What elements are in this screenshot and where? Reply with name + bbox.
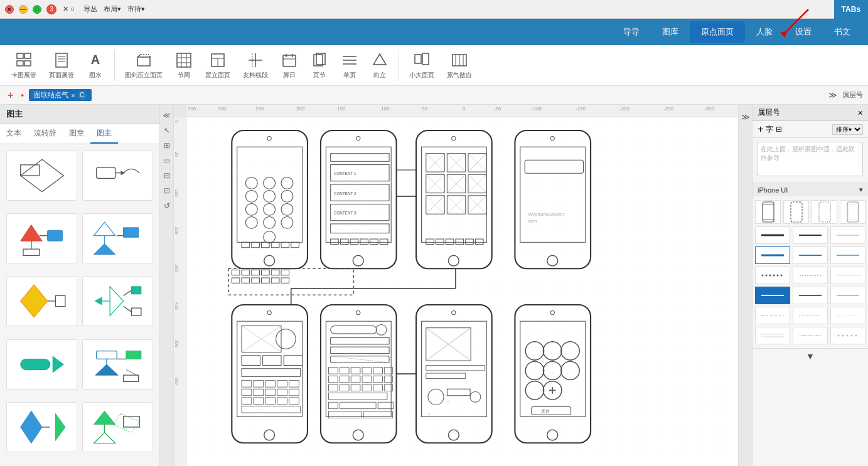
close-panel-btn[interactable]: × <box>858 108 863 118</box>
shape-blue-arrows-flow[interactable] <box>82 339 153 389</box>
toolbar-calendar[interactable]: 脚日 <box>276 49 303 82</box>
layout-btn[interactable]: 市待▾ <box>127 4 145 14</box>
shape-green-flow[interactable] <box>82 402 153 452</box>
shape-teal-arrows[interactable] <box>6 339 77 389</box>
shape-red-flow[interactable] <box>6 213 77 263</box>
shape-decision-flow[interactable] <box>6 151 77 201</box>
right-panel: 属层号 × + 字 ⊟ 排序▾ 在此上面，层析索图中适，适此联向参导 iPhon… <box>752 105 868 466</box>
phone-shape-3[interactable] <box>812 200 837 224</box>
toolbar-autofit[interactable]: 累气散自 <box>442 49 477 82</box>
active-line-1[interactable] <box>755 287 790 304</box>
svg-point-317 <box>857 275 858 276</box>
svg-point-309 <box>837 275 838 276</box>
shape-process-flow[interactable] <box>82 151 153 201</box>
svg-point-307 <box>817 275 818 276</box>
layer-settings-btn[interactable]: 字 <box>766 124 773 135</box>
tool-shapes[interactable]: ⊞ <box>161 140 173 151</box>
line-blue-1[interactable] <box>755 246 790 264</box>
autofit-label: 累气散自 <box>447 71 472 80</box>
pattern-1[interactable] <box>755 327 790 344</box>
panel-scroll-down[interactable]: ▼ <box>753 349 868 364</box>
pattern-2[interactable] <box>793 327 828 344</box>
tool-pointer[interactable]: ↖ <box>161 125 173 136</box>
add-layer-btn[interactable]: + <box>758 124 763 135</box>
connection-x-btn[interactable]: × <box>71 92 75 99</box>
menu-library[interactable]: 图库 <box>651 21 690 43</box>
dash-line-1[interactable] <box>755 307 790 324</box>
svg-marker-45 <box>121 171 125 175</box>
redo-btn[interactable]: 导丛 <box>83 4 97 14</box>
tab-main[interactable]: 图主 <box>90 124 118 144</box>
shape-blue-diamonds[interactable] <box>6 402 77 452</box>
collapse-left-btn[interactable]: ≪ <box>161 110 173 121</box>
phone-shape-4[interactable] <box>840 200 865 224</box>
iphone-section-header[interactable]: iPhone UI ▾ <box>753 183 868 196</box>
tiny-dots-pattern[interactable] <box>830 267 865 284</box>
shape-blue-flow[interactable] <box>82 213 153 263</box>
max-btn[interactable]: □ <box>33 5 41 14</box>
line-shape-solid[interactable] <box>755 226 790 244</box>
app-menu-btn[interactable]: ✕ ○ <box>63 5 75 13</box>
toolbar-text[interactable]: A 图水 <box>82 49 109 82</box>
toolbar-direction[interactable]: 向立 <box>366 49 394 82</box>
toolbar-guide[interactable]: 友料线段 <box>238 49 273 82</box>
dash-line-3[interactable] <box>830 307 865 324</box>
close-btn[interactable]: ✕ <box>5 5 14 14</box>
tool-search[interactable]: ⊡ <box>161 185 173 196</box>
menubar: 导导 图库 原点面页 人脸 设置 书文 <box>0 19 868 45</box>
layer-folder-btn[interactable]: ⊟ <box>776 125 782 134</box>
tab-flow[interactable]: 流转辞 <box>28 124 63 144</box>
expand-right-btn[interactable]: ≫ <box>828 90 837 100</box>
tool-connection[interactable]: ↺ <box>161 200 173 211</box>
toolbar-layout[interactable]: 置立面页 <box>200 49 235 82</box>
layer-search-input[interactable]: 在此上面，层析索图中适，适此联向参导 <box>758 142 863 176</box>
toolbar-list[interactable]: 单页 <box>336 49 363 82</box>
pagesize-icon <box>413 51 431 69</box>
canvas-content[interactable]: CONTENT 1 CONTENT 2 CONTENT 3 <box>186 117 738 466</box>
tab-image[interactable]: 图章 <box>63 124 90 144</box>
line-blue-2[interactable] <box>793 246 828 264</box>
line-shape-right[interactable] <box>830 226 865 244</box>
svg-point-332 <box>842 335 844 337</box>
expand-right-icon[interactable]: ≫ <box>739 110 753 124</box>
sort-dropdown[interactable]: 排序▾ <box>832 124 863 135</box>
dots-pattern[interactable] <box>755 267 790 284</box>
tool-layers[interactable]: ⊟ <box>161 170 173 181</box>
iphone-section-collapse[interactable]: ▾ <box>859 186 863 194</box>
toolbar-grid[interactable]: 节网 <box>170 49 198 82</box>
line-shape-medium[interactable] <box>793 226 828 244</box>
dash-line-2[interactable] <box>793 307 828 324</box>
svg-marker-77 <box>55 413 65 440</box>
menu-wireframe[interactable]: 原点面页 <box>690 21 745 43</box>
format-btn[interactable]: 布局▾ <box>104 4 121 14</box>
svg-marker-51 <box>94 222 115 235</box>
toolbar-elevation[interactable]: 图剑压立面页 <box>120 49 168 82</box>
tab-text[interactable]: 文本 <box>0 124 28 144</box>
phone-shape-1[interactable] <box>755 200 781 224</box>
shape-yellow-diamond[interactable] <box>6 276 77 326</box>
toolbar-pagesize[interactable]: 小大面页 <box>404 49 439 82</box>
line-blue-3[interactable] <box>830 246 865 264</box>
active-line-2[interactable] <box>793 287 828 304</box>
window-controls[interactable]: ✕ — □ <box>0 5 41 14</box>
min-btn[interactable]: — <box>19 5 28 14</box>
svg-marker-61 <box>95 297 102 305</box>
add-btn[interactable]: + <box>5 90 16 101</box>
pattern-3[interactable] <box>830 327 865 344</box>
tool-page[interactable]: ▭ <box>161 155 173 166</box>
svg-rect-281 <box>763 202 774 222</box>
menu-guide[interactable]: 导导 <box>612 21 651 43</box>
toolbar-page-view[interactable]: 页面展管 <box>44 49 79 82</box>
svg-point-303 <box>807 275 808 276</box>
menu-text[interactable]: 书文 <box>823 21 862 43</box>
svg-point-333 <box>847 335 849 337</box>
active-line-3[interactable] <box>830 287 865 304</box>
svg-point-329 <box>810 335 811 336</box>
elevation-label: 图剑压立面页 <box>125 71 163 80</box>
ruler-horizontal: 350 300 250 200 150 100 50 0 -50 -100 -1… <box>186 105 738 117</box>
toolbar-pages[interactable]: 页节 <box>306 49 333 82</box>
small-dots-pattern[interactable] <box>793 267 828 284</box>
toolbar-card-view[interactable]: 卡图展管 <box>6 49 41 82</box>
phone-shape-2[interactable] <box>783 200 809 224</box>
shape-teal-flow[interactable] <box>82 276 153 326</box>
